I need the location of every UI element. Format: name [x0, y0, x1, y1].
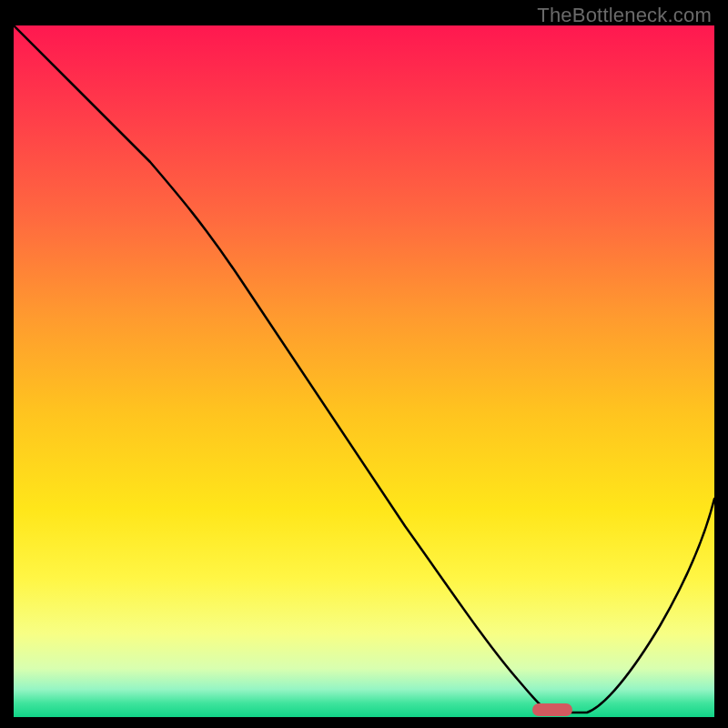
watermark-text: TheBottleneck.com	[537, 4, 712, 27]
bottleneck-curve	[14, 25, 714, 717]
curve-path	[14, 25, 714, 713]
optimal-marker	[532, 703, 572, 716]
chart-area	[14, 25, 714, 717]
